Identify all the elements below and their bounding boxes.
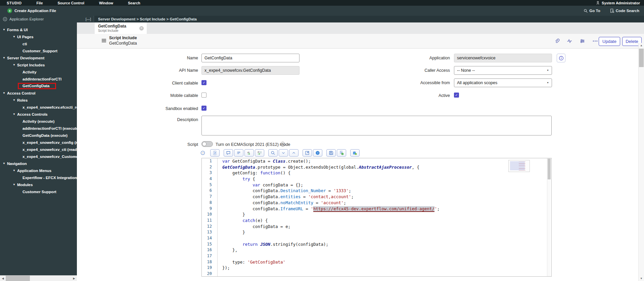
syntax-check-icon[interactable] (337, 149, 346, 157)
collapse-all-button[interactable]: [—] (86, 17, 91, 21)
sidebar-item-customer-support[interactable]: Customer Support (0, 188, 77, 195)
menu-item-source-control[interactable]: Source Control (58, 1, 84, 5)
open-window-icon[interactable] (303, 149, 312, 157)
caller-access-select[interactable]: -- None -- ▼ (454, 66, 552, 75)
collapse-arrow-icon[interactable]: ▼ (13, 183, 17, 186)
comment-icon[interactable] (224, 149, 233, 157)
sidebar-item-label: x_expe4_snowefcxv_Customer_Support (r (22, 155, 77, 159)
collapse-explorer-icon[interactable] (3, 17, 7, 21)
sidebar-item-customer-support[interactable]: Customer_Support (0, 47, 77, 54)
sidebar-item-x-expe4-snowefcxv-efcxcti-role[interactable]: x_expe4_snowefcxv.efcxcti_role (0, 104, 77, 111)
code-line: 15 return JSON.stringify(configData); (202, 241, 551, 247)
menu-item-window[interactable]: Window (99, 1, 113, 5)
code-line: 7 configData.entities = 'contact,account… (202, 194, 551, 200)
sidebar-item-roles[interactable]: ▼Roles (0, 97, 77, 104)
debug-icon[interactable] (350, 149, 360, 157)
plus-icon: + (7, 8, 12, 13)
sidebar-item-modules[interactable]: ▼Modules (0, 181, 77, 188)
create-application-file-button[interactable]: + Create Application File (7, 8, 56, 13)
sidebar-item-forms-ui[interactable]: ▼Forms & UI (0, 26, 77, 33)
application-info-icon[interactable] (557, 54, 565, 62)
help-icon[interactable]: ? (199, 149, 206, 157)
collapse-arrow-icon[interactable]: ▼ (3, 28, 7, 31)
collapse-arrow-icon[interactable]: ▼ (13, 35, 17, 38)
sidebar-horizontal-scrollbar[interactable]: ◀ ▶ (0, 275, 77, 281)
sidebar-item-label: addInteractionForCTI (22, 77, 61, 81)
sidebar-item-server-development[interactable]: ▼Server Development (0, 54, 77, 61)
replace-icon[interactable]: ab (244, 149, 254, 157)
sidebar-item-application-menus[interactable]: ▼Application Menus (0, 167, 77, 174)
reference-help-icon[interactable]: ? (313, 149, 322, 157)
update-button[interactable]: Update (599, 37, 620, 46)
user-menu[interactable]: System Administrator (596, 1, 640, 5)
form-context-menu-icon[interactable] (102, 39, 106, 43)
collapse-arrow-icon[interactable]: ▼ (3, 56, 7, 59)
sidebar-item-ui-pages[interactable]: ▼UI Pages (0, 33, 77, 40)
replace-all-icon[interactable]: ab (255, 149, 264, 157)
collapse-arrow-icon[interactable]: ▼ (3, 92, 7, 95)
tab-title: GetConfigData (98, 24, 143, 29)
go-to-button[interactable]: Go To (584, 9, 600, 13)
scroll-up-icon[interactable]: ▲ (639, 43, 644, 48)
description-textarea[interactable] (201, 116, 552, 135)
format-lines-icon[interactable] (234, 149, 243, 157)
svg-text:?: ? (317, 152, 319, 155)
code-search-button[interactable]: Code Search (610, 8, 639, 13)
sidebar-item-cti[interactable]: cti (0, 40, 77, 47)
menu-item-search[interactable]: Search (128, 1, 140, 5)
format-script-icon[interactable] (210, 149, 220, 157)
scrollbar-thumb[interactable] (6, 276, 30, 281)
sidebar-item-access-controls[interactable]: ▼Access Controls (0, 111, 77, 118)
mobile-callable-checkbox[interactable] (201, 93, 206, 98)
search-icon[interactable] (268, 149, 278, 157)
sandbox-enabled-checkbox[interactable]: ✓ (201, 106, 206, 111)
sidebar-item-addinteractionforcti-execute[interactable]: addInteractionForCTI (execute) (0, 125, 77, 132)
client-callable-checkbox[interactable]: ✓ (201, 80, 206, 85)
more-icon[interactable] (592, 38, 598, 44)
collapse-arrow-icon[interactable]: ▼ (13, 99, 17, 102)
collapse-arrow-icon[interactable]: ▼ (13, 169, 17, 172)
ecmascript-mode-label: Turn on ECMAScript 2021 (ES12) mode (216, 142, 290, 147)
find-previous-icon[interactable] (289, 149, 298, 157)
main-vertical-scrollbar[interactable]: ▲ ▼ (638, 43, 644, 281)
line-number: 8 (202, 200, 218, 206)
attachment-icon[interactable] (554, 38, 560, 44)
sidebar-item-navigation[interactable]: ▼Navigation (0, 160, 77, 167)
filter-icon[interactable] (579, 38, 585, 44)
collapse-arrow-icon[interactable]: ▼ (3, 162, 7, 165)
ecmascript-mode-toggle[interactable] (201, 141, 213, 147)
scroll-left-icon[interactable]: ◀ (0, 276, 6, 281)
save-icon[interactable] (326, 149, 336, 157)
scroll-right-icon[interactable]: ▶ (71, 276, 77, 281)
sidebar-item-activity-execute[interactable]: Activity (execute) (0, 118, 77, 125)
tab-getconfigdata[interactable]: GetConfigData Script Include ✕ (95, 22, 147, 34)
studio-menu[interactable]: STUDIO (7, 1, 22, 5)
editor-scrollbar-thumb[interactable] (548, 159, 551, 179)
sidebar-item-label: GetConfigData (execute) (22, 133, 67, 137)
sidebar-item-expertflow-efcx-integration[interactable]: Expertflow - EFCX Integration (0, 174, 77, 181)
ecmascript-help-icon[interactable]: ? (280, 142, 285, 147)
script-code-editor[interactable]: 1var GetConfigData = Class.create();2Get… (201, 158, 552, 277)
accessible-from-select[interactable]: All application scopes ▼ (454, 78, 552, 87)
editor-scrollbar[interactable] (547, 158, 551, 276)
line-number: 14 (202, 235, 218, 241)
activity-icon[interactable] (566, 38, 572, 44)
sidebar-item-activity[interactable]: Activity (0, 68, 77, 75)
sidebar-item-x-expe4-snowefcxv-customer-support-r[interactable]: x_expe4_snowefcxv_Customer_Support (r (0, 153, 77, 160)
scroll-down-icon[interactable]: ▼ (639, 276, 644, 281)
scrollbar-thumb[interactable] (639, 49, 644, 67)
sidebar-item-getconfigdata-execute[interactable]: GetConfigData (execute) (0, 132, 77, 139)
sidebar-item-addinteractionforcti[interactable]: addInteractionForCTI (0, 75, 77, 82)
name-input[interactable] (201, 54, 300, 62)
sidebar-item-x-expe4-snowefcxv-config-read[interactable]: x_expe4_snowefcxv_config (read) (0, 139, 77, 146)
find-next-icon[interactable] (279, 149, 288, 157)
sidebar-item-getconfigdata[interactable]: GetConfigData (0, 82, 77, 90)
collapse-arrow-icon[interactable]: ▼ (13, 63, 17, 66)
active-checkbox[interactable]: ✓ (454, 93, 459, 98)
close-tab-icon[interactable]: ✕ (139, 26, 144, 31)
collapse-arrow-icon[interactable]: ▼ (13, 113, 17, 116)
sidebar-item-x-expe4-snowefcxv-cti-read[interactable]: x_expe4_snowefcxv_cti (read) (0, 146, 77, 153)
menu-item-file[interactable]: File (37, 1, 43, 5)
sidebar-item-access-control[interactable]: ▼Access Control (0, 90, 77, 97)
sidebar-item-script-includes[interactable]: ▼Script Includes (0, 61, 77, 68)
